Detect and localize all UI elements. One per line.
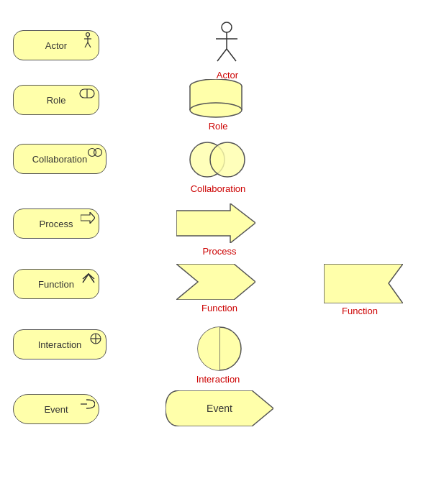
role-center-label: Role	[200, 121, 236, 132]
interaction-box[interactable]: Interaction	[13, 329, 106, 359]
process-icon	[81, 212, 95, 224]
svg-marker-23	[176, 264, 255, 300]
actor-icon	[81, 32, 94, 48]
svg-line-9	[227, 49, 236, 61]
function-icon	[81, 272, 96, 285]
function-chevron	[176, 264, 255, 300]
svg-point-20	[210, 142, 245, 177]
diagram-container: Actor Actor Role Role	[0, 0, 426, 504]
interaction-box-label: Interaction	[38, 339, 82, 350]
interaction-circle	[196, 325, 243, 372]
function-box-label: Function	[38, 279, 74, 290]
collaboration-icon	[87, 147, 103, 158]
event-arrow: Event	[166, 390, 273, 426]
process-arrow	[176, 203, 255, 243]
interaction-icon	[89, 332, 103, 345]
event-icon	[81, 398, 95, 410]
interaction-center-label: Interaction	[189, 374, 247, 385]
function-right-label: Function	[331, 306, 389, 316]
svg-text:Event: Event	[207, 403, 232, 414]
function-center-label: Function	[194, 303, 245, 313]
svg-marker-21	[81, 212, 95, 224]
svg-point-18	[94, 149, 102, 157]
svg-point-16	[190, 103, 242, 117]
function-box[interactable]: Function	[13, 269, 99, 299]
function-right-shape	[324, 264, 403, 303]
process-center-label: Process	[194, 246, 245, 257]
svg-point-0	[86, 33, 90, 37]
role-box-label: Role	[47, 95, 66, 106]
collaboration-box-label: Collaboration	[32, 154, 88, 165]
process-box[interactable]: Process	[13, 209, 99, 239]
svg-marker-24	[324, 264, 403, 303]
collaboration-center-label: Collaboration	[189, 183, 247, 194]
event-box-label: Event	[44, 404, 68, 415]
actor-figure	[209, 22, 245, 68]
actor-box-label: Actor	[45, 40, 67, 51]
collaboration-box[interactable]: Collaboration	[13, 144, 106, 174]
process-box-label: Process	[40, 219, 73, 229]
role-box[interactable]: Role	[13, 85, 99, 115]
svg-marker-22	[176, 203, 255, 243]
svg-line-8	[217, 49, 227, 61]
svg-line-4	[88, 42, 91, 47]
role-cylinder	[183, 79, 248, 119]
svg-line-3	[85, 42, 88, 47]
svg-point-5	[222, 22, 232, 32]
collaboration-circles	[186, 138, 250, 181]
event-box[interactable]: Event	[13, 394, 99, 424]
role-icon	[79, 88, 95, 98]
actor-box[interactable]: Actor	[13, 30, 99, 60]
